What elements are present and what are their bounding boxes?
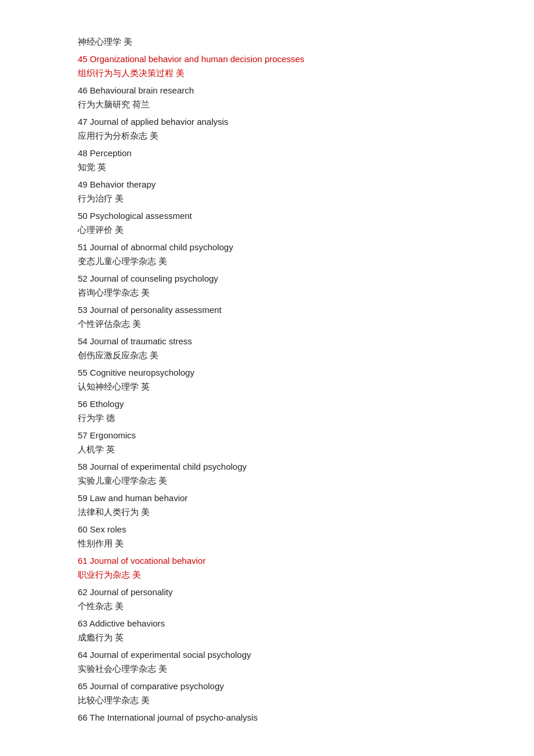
entry-title: 55 Cognitive neuropsychology: [78, 366, 456, 380]
entry-title: 63 Addictive behaviors: [78, 617, 456, 631]
entry-subtitle: 应用行为分析杂志 美: [78, 129, 456, 143]
entry-subtitle: 行为大脑研究 荷兰: [78, 98, 456, 111]
entry-subtitle: 组织行为与人类决策过程 美: [78, 66, 456, 80]
entry-title: 61 Journal of vocational behavior: [78, 554, 456, 568]
entry-title: 49 Behavior therapy: [78, 178, 456, 192]
entry-title: 52 Journal of counseling psychology: [78, 272, 456, 286]
entry-title: 62 Journal of personality: [78, 585, 456, 599]
entry-subtitle: 实验儿童心理学杂志 美: [78, 474, 456, 488]
entry-subtitle: 成瘾行为 英: [78, 631, 456, 645]
entry-title: 50 Psychological assessment: [78, 209, 456, 223]
entry-subtitle: 人机学 英: [78, 442, 456, 456]
list-item: 58 Journal of experimental child psychol…: [78, 460, 456, 488]
entry-title: 48 Perception: [78, 146, 456, 160]
list-item: 62 Journal of personality个性杂志 美: [78, 585, 456, 613]
list-item: 50 Psychological assessment心理评价 美: [78, 209, 456, 237]
list-item: 65 Journal of comparative psychology比较心理…: [78, 679, 456, 707]
entry-subtitle: 职业行为杂志 美: [78, 568, 456, 582]
entry-title: 60 Sex roles: [78, 523, 456, 537]
entry-subtitle: 认知神经心理学 英: [78, 380, 456, 394]
list-item: 49 Behavior therapy行为治疗 美: [78, 178, 456, 206]
entry-subtitle: 实验社会心理学杂志 美: [78, 662, 456, 676]
list-item: 47 Journal of applied behavior analysis应…: [78, 115, 456, 143]
list-item: 53 Journal of personality assessment个性评估…: [78, 303, 456, 331]
entry-title: 51 Journal of abnormal child psychology: [78, 240, 456, 254]
list-item: 59 Law and human behavior法律和人类行为 美: [78, 491, 456, 519]
entry-title: 65 Journal of comparative psychology: [78, 679, 456, 693]
list-item: 56 Ethology行为学 德: [78, 397, 456, 425]
entry-subtitle: 个性评估杂志 美: [78, 317, 456, 331]
entry-title: 54 Journal of traumatic stress: [78, 334, 456, 348]
list-item: 神经心理学 美: [78, 35, 456, 49]
list-item: 51 Journal of abnormal child psychology变…: [78, 240, 456, 268]
list-item: 61 Journal of vocational behavior职业行为杂志 …: [78, 554, 456, 582]
entry-title: 57 Ergonomics: [78, 429, 456, 442]
list-item: 66 The International journal of psycho-a…: [78, 711, 456, 725]
entry-subtitle: 行为治疗 美: [78, 192, 456, 206]
entry-title: 66 The International journal of psycho-a…: [78, 711, 456, 725]
entry-title: 神经心理学 美: [78, 35, 456, 49]
list-item: 63 Addictive behaviors成瘾行为 英: [78, 617, 456, 645]
entry-subtitle: 心理评价 美: [78, 223, 456, 237]
list-item: 64 Journal of experimental social psycho…: [78, 648, 456, 676]
journal-list: 神经心理学 美45 Organizational behavior and hu…: [78, 35, 456, 725]
entry-subtitle: 法律和人类行为 美: [78, 505, 456, 519]
list-item: 55 Cognitive neuropsychology认知神经心理学 英: [78, 366, 456, 394]
list-item: 46 Behavioural brain research行为大脑研究 荷兰: [78, 84, 456, 111]
entry-subtitle: 个性杂志 美: [78, 599, 456, 613]
entry-title: 53 Journal of personality assessment: [78, 303, 456, 317]
list-item: 54 Journal of traumatic stress创伤应激反应杂志 美: [78, 334, 456, 362]
entry-subtitle: 变态儿童心理学杂志 美: [78, 254, 456, 268]
entry-title: 58 Journal of experimental child psychol…: [78, 460, 456, 474]
entry-title: 46 Behavioural brain research: [78, 84, 456, 98]
list-item: 52 Journal of counseling psychology咨询心理学…: [78, 272, 456, 300]
entry-title: 56 Ethology: [78, 397, 456, 411]
entry-subtitle: 行为学 德: [78, 411, 456, 425]
list-item: 57 Ergonomics人机学 英: [78, 429, 456, 456]
list-item: 48 Perception知觉 英: [78, 146, 456, 174]
entry-subtitle: 咨询心理学杂志 美: [78, 286, 456, 300]
entry-title: 59 Law and human behavior: [78, 491, 456, 505]
entry-subtitle: 性别作用 美: [78, 537, 456, 550]
entry-title: 47 Journal of applied behavior analysis: [78, 115, 456, 129]
entry-subtitle: 创伤应激反应杂志 美: [78, 348, 456, 362]
list-item: 60 Sex roles性别作用 美: [78, 523, 456, 550]
entry-title: 64 Journal of experimental social psycho…: [78, 648, 456, 662]
list-item: 45 Organizational behavior and human dec…: [78, 52, 456, 80]
entry-title: 45 Organizational behavior and human dec…: [78, 52, 456, 66]
entry-subtitle: 知觉 英: [78, 160, 456, 174]
entry-subtitle: 比较心理学杂志 美: [78, 693, 456, 707]
